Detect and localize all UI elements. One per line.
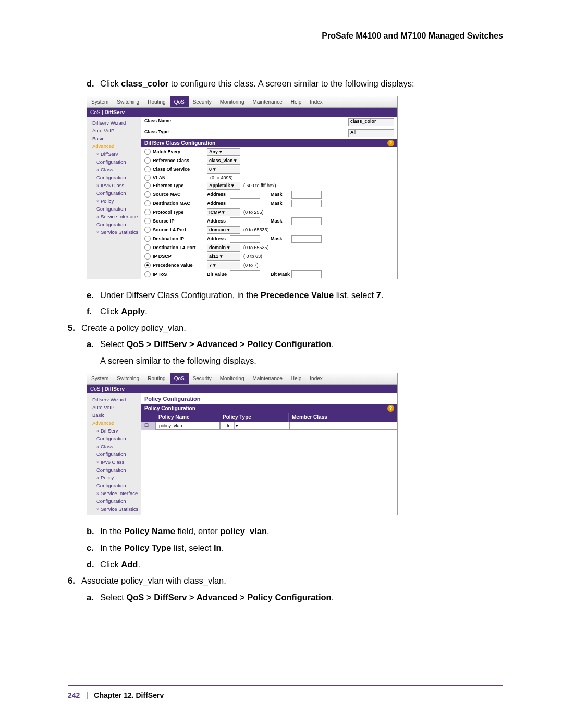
radio-option[interactable]	[144, 191, 151, 198]
class-type-label: Class Type	[144, 129, 212, 137]
radio-option[interactable]	[144, 218, 151, 224]
t: Policy Configuration	[144, 405, 195, 411]
side-item[interactable]: » Policy	[87, 197, 141, 205]
radio-option[interactable]	[144, 200, 151, 206]
select-field[interactable]: domain ▾	[207, 226, 240, 234]
tab-qos[interactable]: QoS	[170, 96, 189, 107]
range-note: (0 to 255)	[243, 209, 264, 215]
tab-qos[interactable]: QoS	[170, 373, 189, 384]
side-item[interactable]: Advanced	[87, 419, 141, 427]
mask-input[interactable]	[291, 217, 322, 225]
policy-name-field[interactable]: policy_vlan	[155, 422, 220, 430]
tab-monitoring[interactable]: Monitoring	[216, 373, 249, 384]
radio-option[interactable]	[144, 175, 151, 181]
tab-switching[interactable]: Switching	[113, 96, 143, 107]
tab-system[interactable]: System	[87, 96, 113, 107]
addr-label: Address	[207, 201, 230, 206]
tab-index[interactable]: Index	[305, 96, 326, 107]
radio-option[interactable]	[144, 236, 151, 242]
panel-title: Policy Configuration	[141, 393, 397, 404]
side-item[interactable]: » Class	[87, 442, 141, 450]
radio-option[interactable]	[144, 262, 151, 268]
help-icon[interactable]: ?	[387, 140, 394, 146]
mask-input[interactable]	[291, 270, 322, 278]
mask-input[interactable]	[291, 235, 322, 243]
crumb-diffserv[interactable]: DiffServ	[105, 386, 125, 392]
t: .	[332, 593, 334, 602]
tab-routing[interactable]: Routing	[143, 373, 169, 384]
config-row: Destination IPAddressMask	[141, 235, 397, 243]
select-field[interactable]: 0 ▾	[207, 166, 240, 174]
tab-index[interactable]: Index	[305, 373, 326, 384]
tab-monitoring[interactable]: Monitoring	[216, 96, 249, 107]
side-item[interactable]: Basic	[87, 134, 141, 142]
tab-bar: System Switching Routing QoS Security Mo…	[87, 373, 397, 385]
side-item[interactable]: » Policy	[87, 474, 141, 482]
t: In the	[100, 526, 124, 536]
select-field[interactable]: 7 ▾	[207, 262, 240, 269]
tab-maintenance[interactable]: Maintenance	[248, 373, 286, 384]
member-class-select[interactable]	[290, 422, 397, 430]
class-name-field[interactable]: class_color	[348, 118, 394, 126]
tab-security[interactable]: Security	[189, 373, 216, 384]
addr-input[interactable]	[230, 200, 260, 207]
side-item[interactable]: » DiffServ	[87, 427, 141, 435]
t: Click	[100, 560, 121, 569]
radio-option[interactable]	[144, 271, 151, 277]
addr-input[interactable]	[230, 217, 260, 225]
select-field[interactable]: ICMP ▾	[207, 208, 240, 216]
tab-security[interactable]: Security	[189, 96, 216, 107]
option-label: Source L4 Port	[153, 227, 207, 232]
select-field[interactable]: domain ▾	[207, 244, 240, 252]
mask-input[interactable]	[291, 200, 322, 207]
radio-option[interactable]	[144, 244, 151, 251]
radio-option[interactable]	[144, 227, 151, 233]
select-field[interactable]: Appletalk ▾	[207, 182, 240, 190]
side-item[interactable]: Advanced	[87, 142, 141, 150]
tab-maintenance[interactable]: Maintenance	[248, 96, 286, 107]
side-item[interactable]: » IPv6 Class	[87, 458, 141, 466]
tab-switching[interactable]: Switching	[113, 373, 143, 384]
marker: e.	[87, 289, 100, 302]
t: Select	[100, 339, 126, 349]
help-icon[interactable]: ?	[387, 405, 394, 412]
class-type-field[interactable]: All	[348, 129, 394, 137]
crumb-diffserv[interactable]: DiffServ	[105, 109, 125, 115]
addr-input[interactable]	[230, 191, 260, 199]
side-item[interactable]: » Service Statistics	[87, 505, 141, 513]
radio-option[interactable]	[144, 157, 151, 164]
radio-option[interactable]	[144, 182, 151, 189]
addr-label: Address	[207, 236, 230, 241]
tab-help[interactable]: Help	[287, 96, 306, 107]
side-item[interactable]: Basic	[87, 411, 141, 419]
tab-routing[interactable]: Routing	[143, 96, 169, 107]
addr-input[interactable]	[230, 235, 260, 243]
crumb-cos[interactable]: CoS	[90, 386, 100, 392]
side-item[interactable]: Auto VoIP	[87, 127, 141, 134]
tab-system[interactable]: System	[87, 373, 113, 384]
side-item[interactable]: » Class	[87, 166, 141, 174]
select-field[interactable]: class_vlan ▾	[207, 157, 240, 165]
tab-help[interactable]: Help	[287, 373, 306, 384]
policy-type-select[interactable]: In ▾	[220, 422, 290, 430]
side-item[interactable]: » Service Interface	[87, 489, 141, 497]
crumb-cos[interactable]: CoS	[90, 109, 100, 115]
side-item[interactable]: Diffserv Wizard	[87, 119, 141, 127]
side-item[interactable]: » DiffServ	[87, 150, 141, 158]
page-footer: 242 | Chapter 12. DiffServ	[68, 685, 503, 699]
radio-option[interactable]	[144, 209, 151, 215]
radio-option[interactable]	[144, 166, 151, 172]
side-item[interactable]: » IPv6 Class	[87, 181, 141, 189]
side-item[interactable]: Diffserv Wizard	[87, 396, 141, 403]
tab-bar: System Switching Routing QoS Security Mo…	[87, 96, 397, 108]
radio-option[interactable]	[144, 253, 151, 260]
radio-option[interactable]	[144, 149, 151, 155]
mask-input[interactable]	[291, 191, 322, 199]
addr-input[interactable]	[230, 270, 260, 278]
select-field[interactable]: af11 ▾	[207, 253, 240, 261]
side-item[interactable]: » Service Statistics	[87, 228, 141, 236]
side-item[interactable]: Auto VoIP	[87, 403, 141, 411]
row-checkbox[interactable]: ☐	[141, 422, 155, 430]
select-field[interactable]: Any ▾	[207, 148, 240, 156]
side-item[interactable]: » Service Interface	[87, 213, 141, 220]
